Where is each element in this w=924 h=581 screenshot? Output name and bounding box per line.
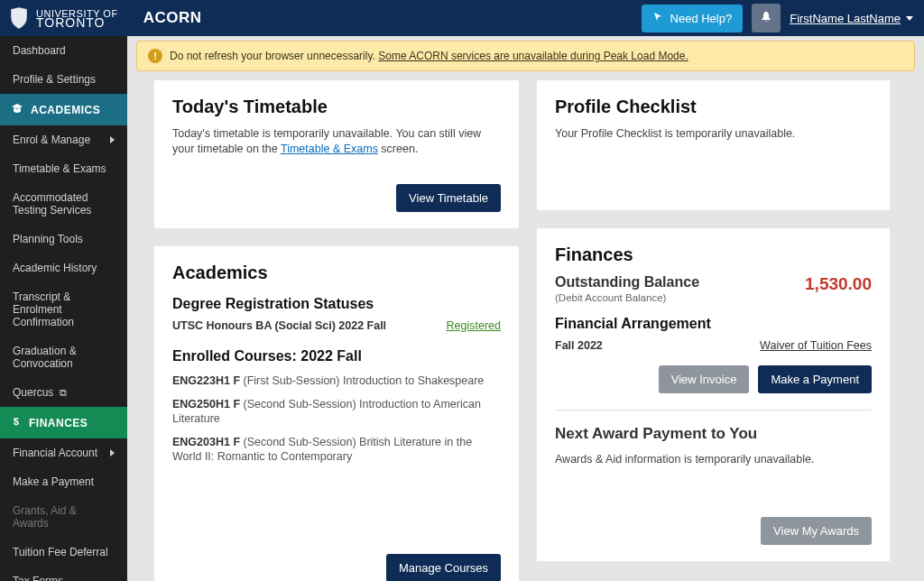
- chevron-right-icon: [110, 136, 115, 143]
- course-row: ENG223H1 F (First Sub-Session) Introduct…: [172, 374, 501, 388]
- balance-row: Outstanding Balance (Debit Account Balan…: [555, 274, 872, 303]
- svg-text:$: $: [14, 416, 20, 427]
- course-row: ENG203H1 F (Second Sub-Session) British …: [172, 435, 501, 464]
- sidebar-item-graduation-convocation[interactable]: Graduation & Convocation: [0, 337, 127, 378]
- fa-term: Fall 2022: [555, 339, 603, 352]
- content-area: ! Do not refresh your browser unnecessar…: [127, 36, 924, 581]
- view-timetable-button[interactable]: View Timetable: [396, 184, 501, 212]
- sidebar-item-profile-settings[interactable]: Profile & Settings: [0, 65, 127, 94]
- user-menu[interactable]: FirstName LastName: [790, 12, 913, 25]
- sidebar-item-transcript-enrolment[interactable]: Transcript & Enrolment Confirmation: [0, 282, 127, 337]
- academics-card: Academics Degree Registration Statuses U…: [154, 246, 519, 581]
- external-link-icon: ⧉: [57, 387, 67, 398]
- warning-banner: ! Do not refresh your browser unnecessar…: [136, 41, 915, 71]
- app-title: ACORN: [143, 9, 202, 27]
- degree-reg-title: Degree Registration Statuses: [172, 296, 501, 312]
- timetable-body: Today's timetable is temporarily unavail…: [172, 126, 501, 157]
- caret-down-icon: [906, 16, 913, 21]
- fa-value-link[interactable]: Waiver of Tuition Fees: [760, 339, 872, 352]
- enrolled-courses-title: Enrolled Courses: 2022 Fall: [172, 348, 501, 364]
- shield-icon: [9, 6, 29, 30]
- financial-arrangement-row: Fall 2022 Waiver of Tuition Fees: [555, 339, 872, 352]
- profile-checklist-body: Your Profile Checklist is temporarily un…: [555, 126, 872, 142]
- sidebar-item-tuition-fee-deferral[interactable]: Tuition Fee Deferral: [0, 538, 127, 567]
- sidebar-item-financial-account[interactable]: Financial Account: [0, 438, 127, 467]
- sidebar-section-finances: $ FINANCES: [0, 407, 127, 438]
- university-logo: UNIVERSITY OF TORONTO: [9, 6, 118, 30]
- help-pointer-icon: [652, 11, 665, 26]
- sidebar-item-timetable-exams[interactable]: Timetable & Exams: [0, 154, 127, 183]
- finances-title: Finances: [555, 244, 872, 265]
- sidebar-item-accommodated-testing[interactable]: Accommodated Testing Services: [0, 183, 127, 225]
- sidebar-item-planning-tools[interactable]: Planning Tools: [0, 225, 127, 254]
- balance-sublabel: (Debit Account Balance): [555, 292, 699, 303]
- next-award-title: Next Award Payment to You: [555, 425, 872, 443]
- program-name: UTSC Honours BA (Social Sci) 2022 Fall: [172, 319, 386, 332]
- warning-icon: !: [148, 49, 162, 63]
- view-my-awards-button[interactable]: View My Awards: [761, 517, 872, 545]
- need-help-button[interactable]: Need Help?: [642, 5, 744, 32]
- bell-icon: [760, 11, 772, 26]
- dollar-icon: $: [11, 416, 22, 429]
- view-invoice-button[interactable]: View Invoice: [659, 365, 750, 393]
- sidebar-section-academics: ACADEMICS: [0, 94, 127, 125]
- balance-label: Outstanding Balance: [555, 274, 699, 290]
- registration-status[interactable]: Registered: [447, 319, 501, 332]
- warning-text: Do not refresh your browser unnecessaril…: [170, 50, 378, 62]
- award-body: Awards & Aid information is temporarily …: [555, 452, 872, 467]
- timetable-card: Today's Timetable Today's timetable is t…: [154, 80, 519, 228]
- sidebar-item-make-payment[interactable]: Make a Payment: [0, 467, 127, 496]
- timetable-title: Today's Timetable: [172, 97, 501, 117]
- sidebar: Dashboard Profile & Settings ACADEMICS E…: [0, 36, 127, 581]
- balance-amount: 1,530.00: [805, 274, 872, 294]
- manage-courses-button[interactable]: Manage Courses: [386, 554, 501, 581]
- sidebar-item-academic-history[interactable]: Academic History: [0, 254, 127, 282]
- sidebar-item-enrol-manage[interactable]: Enrol & Manage: [0, 125, 127, 154]
- university-name: UNIVERSITY OF TORONTO: [36, 9, 118, 27]
- degree-reg-row: UTSC Honours BA (Social Sci) 2022 Fall R…: [172, 319, 501, 332]
- timetable-exams-link[interactable]: Timetable & Exams: [281, 143, 378, 155]
- graduation-cap-icon: [11, 103, 23, 116]
- course-row: ENG250H1 F (Second Sub-Session) Introduc…: [172, 397, 501, 426]
- profile-checklist-title: Profile Checklist: [555, 97, 872, 117]
- profile-checklist-card: Profile Checklist Your Profile Checklist…: [537, 80, 890, 210]
- academics-title: Academics: [172, 263, 501, 283]
- sidebar-item-tax-forms[interactable]: Tax Forms: [0, 567, 127, 581]
- warning-link[interactable]: Some ACORN services are unavailable duri…: [378, 50, 688, 62]
- chevron-right-icon: [110, 449, 115, 456]
- sidebar-item-dashboard[interactable]: Dashboard: [0, 36, 127, 65]
- sidebar-item-quercus[interactable]: Quercus ⧉: [0, 378, 127, 407]
- financial-arrangement-title: Financial Arrangement: [555, 316, 872, 332]
- notifications-button[interactable]: [752, 4, 781, 32]
- top-header: UNIVERSITY OF TORONTO ACORN Need Help? F…: [0, 0, 924, 36]
- finances-card: Finances Outstanding Balance (Debit Acco…: [537, 228, 890, 561]
- make-payment-button[interactable]: Make a Payment: [758, 365, 872, 393]
- sidebar-item-grants-aid-awards[interactable]: Grants, Aid & Awards: [0, 496, 127, 538]
